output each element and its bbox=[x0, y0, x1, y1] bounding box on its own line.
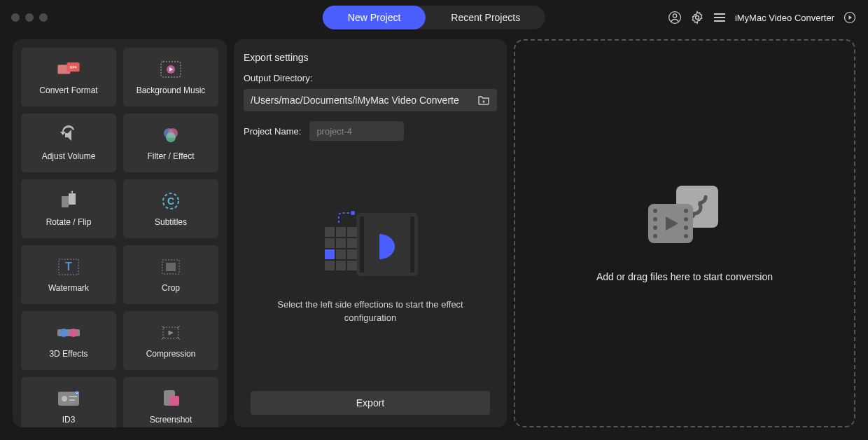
svg-point-25 bbox=[62, 396, 67, 401]
titlebar: New Project Recent Projects iMyMac Video… bbox=[0, 0, 868, 35]
export-button[interactable]: Export bbox=[251, 391, 490, 415]
tab-new-project[interactable]: New Project bbox=[323, 6, 426, 29]
effect-placeholder: Select the left side effections to start… bbox=[244, 141, 497, 391]
svg-point-57 bbox=[684, 226, 688, 230]
svg-rect-27 bbox=[69, 399, 75, 401]
account-icon[interactable] bbox=[668, 11, 682, 25]
tool-label: Adjust Volume bbox=[42, 151, 96, 161]
svg-point-55 bbox=[684, 209, 688, 213]
export-panel: Export settings Output Directory: /Users… bbox=[234, 39, 507, 427]
tool-background-music[interactable]: Background Music bbox=[123, 48, 218, 106]
tool-label: Compression bbox=[146, 349, 196, 359]
crop-icon bbox=[158, 256, 183, 277]
minimize-window[interactable] bbox=[25, 13, 34, 22]
tool-label: Convert Format bbox=[39, 85, 97, 95]
svg-text:MP4: MP4 bbox=[70, 66, 77, 69]
svg-point-28 bbox=[75, 391, 79, 395]
svg-point-22 bbox=[69, 329, 78, 337]
svg-point-51 bbox=[653, 209, 657, 213]
main-tabs: New Project Recent Projects bbox=[323, 6, 545, 29]
tool-label: Crop bbox=[162, 283, 180, 293]
output-directory-value: /Users/mac/Documents/iMyMac Video Conver… bbox=[251, 95, 477, 106]
tool-convert-format[interactable]: MP4 Convert Format bbox=[21, 48, 116, 106]
svg-rect-19 bbox=[166, 263, 176, 271]
effect-instruction-text: Select the left side effections to start… bbox=[272, 298, 468, 324]
svg-rect-35 bbox=[336, 227, 346, 237]
svg-point-56 bbox=[684, 217, 688, 221]
rotate-flip-icon bbox=[56, 191, 81, 212]
svg-rect-36 bbox=[347, 227, 357, 237]
adjust-volume-icon bbox=[56, 125, 81, 146]
svg-rect-13 bbox=[69, 193, 76, 205]
svg-rect-43 bbox=[325, 261, 335, 270]
svg-rect-46 bbox=[325, 249, 335, 259]
svg-point-21 bbox=[59, 329, 68, 337]
tool-screenshot[interactable]: Screenshot bbox=[123, 377, 218, 427]
svg-text:T: T bbox=[65, 261, 72, 273]
folder-browse-icon[interactable] bbox=[477, 95, 490, 106]
menu-icon[interactable] bbox=[713, 11, 727, 25]
project-name-label: Project Name: bbox=[244, 126, 301, 137]
window-controls bbox=[11, 13, 48, 22]
tool-label: 3D Effects bbox=[49, 349, 88, 359]
background-music-icon bbox=[158, 59, 183, 80]
tool-label: Filter / Effect bbox=[147, 151, 194, 161]
file-dropzone[interactable]: Add or drag files here to start conversi… bbox=[514, 39, 855, 427]
tool-rotate-flip[interactable]: Rotate / Flip bbox=[21, 179, 116, 238]
svg-rect-32 bbox=[360, 216, 364, 273]
svg-rect-38 bbox=[336, 238, 346, 248]
svg-rect-39 bbox=[347, 238, 357, 248]
screenshot-icon bbox=[158, 388, 183, 409]
output-directory-label: Output Directory: bbox=[244, 73, 497, 83]
output-directory-field[interactable]: /Users/mac/Documents/iMyMac Video Conver… bbox=[244, 89, 497, 111]
project-name-input[interactable] bbox=[309, 121, 404, 141]
convert-format-icon: MP4 bbox=[56, 59, 81, 80]
3d-effects-icon bbox=[56, 322, 81, 343]
tool-id3[interactable]: ID3 bbox=[21, 377, 116, 427]
dropzone-hint: Add or drag files here to start conversi… bbox=[596, 271, 773, 282]
svg-rect-37 bbox=[325, 238, 335, 248]
svg-text:C: C bbox=[167, 195, 174, 207]
app-title: iMyMac Video Converter bbox=[735, 13, 834, 23]
tool-adjust-volume[interactable]: Adjust Volume bbox=[21, 114, 116, 172]
close-window[interactable] bbox=[11, 13, 20, 22]
tool-watermark[interactable]: T Watermark bbox=[21, 245, 116, 304]
settings-icon[interactable] bbox=[690, 11, 704, 25]
dropzone-media-icon bbox=[643, 184, 727, 247]
sidebar: MP4 Convert Format Background Music Adju… bbox=[13, 39, 227, 427]
tool-label: Subtitles bbox=[155, 217, 187, 227]
tool-3d-effects[interactable]: 3D Effects bbox=[21, 311, 116, 370]
watermark-icon: T bbox=[56, 256, 81, 277]
tool-crop[interactable]: Crop bbox=[123, 245, 218, 304]
svg-point-54 bbox=[653, 234, 657, 238]
tool-subtitles[interactable]: C Subtitles bbox=[123, 179, 218, 238]
svg-rect-42 bbox=[347, 249, 357, 259]
zoom-window[interactable] bbox=[39, 13, 48, 22]
svg-rect-34 bbox=[325, 227, 335, 237]
tool-label: Background Music bbox=[136, 85, 206, 95]
svg-point-2 bbox=[695, 16, 699, 20]
tool-label: Screenshot bbox=[150, 415, 192, 425]
svg-rect-45 bbox=[347, 261, 357, 270]
svg-point-53 bbox=[653, 226, 657, 230]
tool-label: ID3 bbox=[62, 415, 76, 425]
effect-illustration-icon bbox=[318, 207, 423, 284]
svg-point-52 bbox=[653, 217, 657, 221]
svg-rect-41 bbox=[336, 249, 346, 259]
svg-point-11 bbox=[166, 132, 176, 142]
play-icon[interactable] bbox=[843, 11, 857, 25]
svg-rect-30 bbox=[169, 396, 179, 406]
filter-effect-icon bbox=[158, 125, 183, 146]
tool-label: Rotate / Flip bbox=[46, 217, 92, 227]
id3-icon bbox=[56, 388, 81, 409]
svg-point-47 bbox=[351, 211, 355, 215]
svg-point-1 bbox=[673, 14, 676, 18]
svg-rect-33 bbox=[410, 216, 414, 273]
tool-compression[interactable]: Compression bbox=[123, 311, 218, 370]
svg-point-58 bbox=[684, 234, 688, 238]
export-settings-title: Export settings bbox=[244, 52, 497, 63]
svg-rect-26 bbox=[69, 396, 77, 397]
svg-rect-44 bbox=[336, 261, 346, 270]
tool-filter-effect[interactable]: Filter / Effect bbox=[123, 114, 218, 172]
tab-recent-projects[interactable]: Recent Projects bbox=[426, 6, 545, 29]
